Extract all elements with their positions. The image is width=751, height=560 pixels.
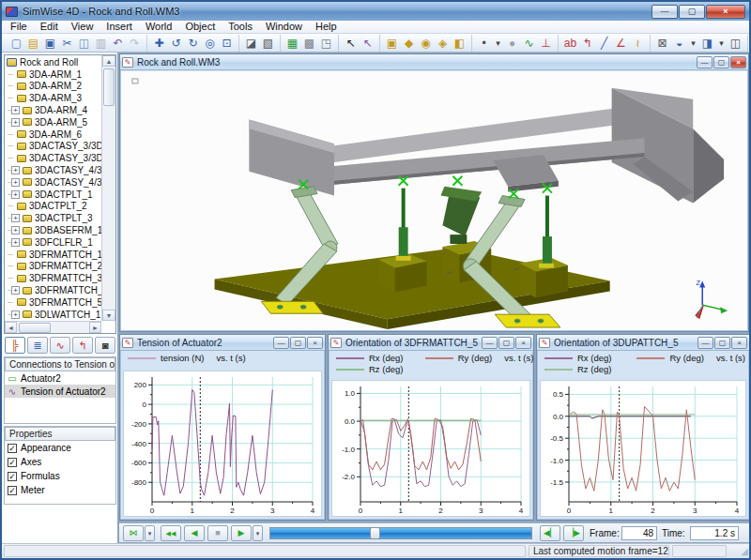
tree-item[interactable]: ─3DACTASY_3/3DA [7, 141, 101, 153]
tree-item[interactable]: ─3DACTPLT_2 [7, 201, 101, 213]
snap-icon[interactable]: ▩ [302, 36, 316, 51]
scroll-left-icon[interactable]: ◄ [5, 322, 17, 333]
menu-world[interactable]: World [139, 21, 179, 33]
tree-item[interactable]: ─+3DACTPLT_1 [7, 189, 101, 201]
connection-item[interactable]: ∿Tension of Actuator2 [5, 385, 115, 398]
tree-item[interactable]: ─3DA-ARM_1 [7, 68, 101, 81]
tree-item[interactable]: ─3DFRMATTCH_5 [7, 296, 101, 309]
viewport-restore-button[interactable]: ▢ [713, 56, 729, 68]
tree-horizontal-scrollbar[interactable]: ◄ ► [5, 321, 101, 333]
gray-sphere-icon[interactable]: ● [505, 36, 519, 51]
chart-close-button[interactable]: × [515, 337, 531, 349]
loop-button[interactable]: ⋈ [123, 525, 144, 541]
menu-help[interactable]: Help [309, 21, 344, 33]
menu-edit[interactable]: Edit [34, 21, 65, 33]
undo-icon[interactable]: ↶ [111, 36, 125, 51]
scroll-up-icon[interactable]: ▲ [102, 55, 115, 67]
menu-insert[interactable]: Insert [100, 21, 139, 33]
constraint-set-icon[interactable]: ◨ [700, 36, 714, 51]
tree-item[interactable]: ─3DFRMATTCH_2 [7, 261, 101, 273]
insert-plate-body-icon[interactable]: ◧ [452, 36, 467, 51]
tree-vertical-scrollbar[interactable]: ▲ ▼ [101, 55, 115, 321]
play-options-caret[interactable]: ▾ [253, 525, 263, 541]
expand-icon[interactable]: + [11, 226, 20, 235]
chart-minimize-button[interactable]: — [697, 337, 713, 349]
point-tool-icon[interactable]: • [477, 36, 491, 51]
measure-distance-icon[interactable]: ╱ [597, 36, 611, 51]
minimize-button[interactable]: — [651, 5, 678, 19]
chart-plot[interactable]: 012341.00.0-1.0-2.0 [331, 380, 530, 517]
expand-icon[interactable]: + [11, 178, 20, 187]
insert-cylinder-body-icon[interactable]: ◆ [402, 36, 416, 51]
point-caret-icon[interactable]: ▾ [494, 36, 502, 51]
grid-icon[interactable]: ▦ [285, 36, 299, 51]
expand-icon[interactable]: + [11, 118, 20, 127]
timeline-thumb[interactable] [370, 527, 380, 539]
tree-item[interactable]: ─+3DBASEFRM_1 [7, 224, 101, 236]
tab-motors[interactable]: ◙ [95, 337, 115, 354]
insert-sphere-body-icon[interactable]: ◉ [419, 36, 433, 51]
constraint-caret-icon[interactable]: ▾ [717, 36, 726, 51]
open-folder-icon[interactable]: ▤ [26, 36, 40, 51]
view-body-icon[interactable]: ◒ [672, 36, 686, 51]
checkbox[interactable]: ✓ [8, 486, 17, 495]
chart-close-button[interactable]: × [731, 337, 747, 349]
menu-object[interactable]: Object [178, 21, 222, 33]
checkbox[interactable]: ✓ [8, 444, 17, 453]
measure-angle-icon[interactable]: ∠ [614, 36, 628, 51]
maximize-button[interactable]: ▢ [679, 5, 705, 19]
chart-close-button[interactable]: × [307, 337, 323, 349]
expand-icon[interactable]: + [11, 190, 20, 199]
menu-window[interactable]: Window [259, 21, 309, 33]
curve-tool-icon[interactable]: ∿ [522, 36, 536, 51]
expand-icon[interactable]: + [11, 238, 20, 247]
viewport-canvas[interactable]: Z [121, 71, 747, 330]
joint-tool-icon[interactable]: ≀ [631, 36, 645, 51]
viewport-minimize-button[interactable]: — [697, 56, 713, 68]
step-back-button[interactable]: ◀▏ [540, 525, 560, 541]
tree-item[interactable]: ─3DA-ARM_3 [7, 92, 101, 104]
insert-mesh-body-icon[interactable]: ◈ [436, 36, 450, 51]
chart-titlebar[interactable]: ✎ Orientation of 3DFRMATTCH_5 — ▢ × [329, 335, 533, 351]
tree-item[interactable]: ─+3DACTPLT_3 [7, 212, 101, 224]
lock-icon[interactable]: ⊠ [655, 36, 669, 51]
tree-root-item[interactable]: Rock and Roll [7, 56, 101, 68]
tree-item[interactable]: ─+3DACTASY_4/3DA [7, 164, 101, 176]
chart-titlebar[interactable]: ✎ Tension of Actuator2 — ▢ × [120, 335, 325, 351]
tree-item[interactable]: ─+3DA-ARM_5 [7, 116, 101, 129]
new-file-icon[interactable]: ▢ [9, 36, 23, 51]
resize-grip[interactable]: ◢ [741, 546, 748, 556]
rewind-button[interactable]: ◀◀ [161, 525, 181, 541]
chart-restore-button[interactable]: ▢ [714, 337, 730, 349]
tab-model-hierarchy[interactable]: ╠ [5, 337, 25, 354]
chart-titlebar[interactable]: ✎ Orientation of 3DUPATTCH_5 — ▢ × [537, 335, 749, 351]
connection-item[interactable]: ▭Actuator2 [5, 371, 115, 385]
tree-item[interactable]: ─3DFRMATTCH_3 [7, 272, 101, 284]
rotate-view-icon[interactable]: ↻ [186, 36, 200, 51]
text-label-icon[interactable]: ab [563, 36, 577, 51]
time-field[interactable]: 1.2 s [690, 526, 739, 540]
zoom-extents-icon[interactable]: ⊡ [220, 36, 234, 51]
select-icon[interactable]: ↖ [344, 36, 358, 51]
chart-minimize-button[interactable]: — [273, 337, 289, 349]
play-reverse-button[interactable]: ◀ [184, 525, 205, 541]
orbit-icon[interactable]: ↺ [169, 36, 183, 51]
insert-box-body-icon[interactable]: ▣ [385, 36, 399, 51]
checkbox[interactable]: ✓ [8, 458, 17, 467]
loop-options-caret[interactable]: ▾ [145, 525, 155, 541]
tab-object-list[interactable]: ≣ [27, 337, 48, 354]
scroll-right-icon[interactable]: ► [89, 322, 101, 333]
camera-icon[interactable]: ▧ [261, 36, 275, 51]
menu-tools[interactable]: Tools [222, 21, 259, 33]
pan-icon[interactable]: ✚ [152, 36, 166, 51]
tree-item[interactable]: ─3DA-ARM_6 [7, 129, 101, 141]
tree-item[interactable]: ─+3DFRMATTCH_4 [7, 284, 101, 296]
expand-icon[interactable]: + [11, 286, 20, 295]
zoom-icon[interactable]: ◎ [203, 36, 217, 51]
tree-item[interactable]: ─3DFRMATTCH_1 [7, 249, 101, 261]
viewport-titlebar[interactable]: ✎ Rock and Roll.WM3 — ▢ × [120, 54, 748, 70]
copy-icon[interactable]: ◫ [77, 36, 91, 51]
chart-plot[interactable]: 012342000-200-400-600-800 [123, 371, 322, 517]
view-caret-icon[interactable]: ▾ [689, 36, 697, 51]
frame-field[interactable]: 48 [621, 526, 657, 540]
